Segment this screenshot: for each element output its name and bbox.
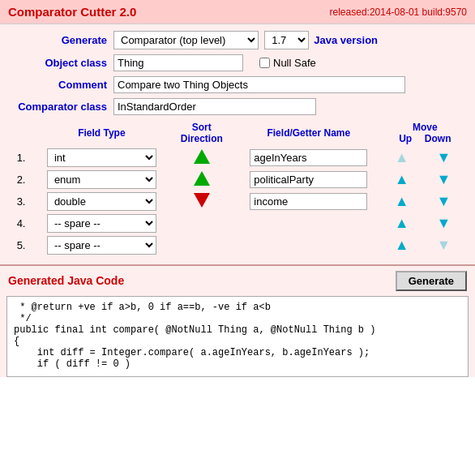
sort-direction-cell[interactable] [169, 212, 234, 234]
field-type-select[interactable]: intlongdoublefloatStringenumbooleanCompa… [47, 170, 156, 189]
null-safe-group: Null Safe [259, 57, 316, 69]
field-table: Field Type Sort Direction Field/Getter N… [8, 120, 467, 256]
code-box[interactable]: * @return +ve if a>b, 0 if a==b, -ve if … [6, 296, 469, 377]
col-header-sort: Sort Direction [169, 120, 234, 147]
sort-direction-cell[interactable] [169, 169, 234, 191]
comparator-class-input[interactable]: InStandardOrder [113, 98, 316, 115]
field-type-select[interactable]: intlongdoublefloatStringenumbooleanCompa… [47, 236, 156, 255]
sort-direction-cell[interactable] [169, 234, 234, 256]
move-up-cell: ▲ [383, 234, 421, 256]
row-num: 4. [8, 212, 34, 234]
field-type-select[interactable]: intlongdoublefloatStringenumbooleanCompa… [47, 214, 156, 233]
move-down-button[interactable]: ▼ [436, 150, 451, 165]
object-class-row: Object class Thing Null Safe [8, 54, 467, 71]
code-section-title: Generated Java Code [8, 274, 124, 287]
move-down-cell: ▼ [421, 169, 467, 191]
move-down-button: ▼ [436, 238, 451, 252]
col-header-name: Field/Getter Name [234, 120, 383, 147]
field-name-input[interactable] [250, 149, 367, 166]
move-up-button[interactable]: ▲ [395, 216, 409, 230]
move-down-cell: ▼ [421, 147, 467, 169]
field-name-cell [234, 212, 383, 234]
field-type-cell: intlongdoublefloatStringenumbooleanCompa… [34, 169, 169, 191]
move-down-cell: ▼ [421, 191, 467, 212]
object-class-input[interactable]: Thing [113, 54, 243, 71]
move-down-cell: ▼ [421, 212, 467, 234]
object-class-label: Object class [8, 57, 113, 69]
generate-row: Generate Comparator (top level) Comparat… [8, 31, 467, 49]
field-name-cell [234, 147, 383, 169]
app-header: Comparator Cutter 2.0 released:2014-08-0… [0, 0, 475, 24]
field-name-cell [234, 191, 383, 212]
null-safe-checkbox[interactable] [259, 58, 270, 68]
col-header-move: Move Up Down [383, 120, 467, 147]
move-down-button[interactable]: ▼ [436, 194, 451, 208]
table-row: 1.intlongdoublefloatStringenumbooleanCom… [8, 147, 467, 169]
form-area: Generate Comparator (top level) Comparat… [0, 24, 475, 264]
move-down-button[interactable]: ▼ [436, 216, 451, 230]
field-name-cell [234, 169, 383, 191]
field-name-cell [234, 234, 383, 256]
move-up-cell: ▲ [383, 212, 421, 234]
col-header-num [8, 120, 34, 147]
java-version-label: Java version [314, 34, 378, 46]
comment-row: Comment Compare two Thing Objects [8, 76, 467, 93]
field-type-select[interactable]: intlongdoublefloatStringenumbooleanCompa… [47, 148, 156, 167]
code-section: Generated Java Code Generate * @return +… [0, 264, 475, 377]
table-row: 5.intlongdoublefloatStringenumbooleanCom… [8, 234, 467, 256]
code-header: Generated Java Code Generate [0, 266, 475, 296]
move-up-cell: ▲ [383, 191, 421, 212]
field-type-cell: intlongdoublefloatStringenumbooleanCompa… [34, 191, 169, 212]
field-type-cell: intlongdoublefloatStringenumbooleanCompa… [34, 212, 169, 234]
null-safe-label: Null Safe [273, 57, 316, 69]
move-down-button[interactable]: ▼ [436, 172, 451, 187]
table-row: 4.intlongdoublefloatStringenumbooleanCom… [8, 212, 467, 234]
row-num: 5. [8, 234, 34, 256]
release-info: released:2014-08-01 build:9570 [330, 6, 467, 18]
field-type-cell: intlongdoublefloatStringenumbooleanCompa… [34, 234, 169, 256]
comparator-class-row: Comparator class InStandardOrder [8, 98, 467, 115]
move-up-button[interactable]: ▲ [395, 194, 409, 208]
move-up-button[interactable]: ▲ [395, 172, 409, 187]
col-header-fieldtype: Field Type [34, 120, 169, 147]
generate-label: Generate [8, 34, 113, 46]
generate-select[interactable]: Comparator (top level) Comparator (inner… [113, 31, 259, 49]
move-up-cell: ▲ [383, 147, 421, 169]
row-num: 2. [8, 169, 34, 191]
table-row: 2.intlongdoublefloatStringenumbooleanCom… [8, 169, 467, 191]
field-type-cell: intlongdoublefloatStringenumbooleanCompa… [34, 147, 169, 169]
app-title: Comparator Cutter 2.0 [8, 5, 136, 19]
move-up-button: ▲ [395, 150, 409, 165]
field-name-input[interactable] [250, 193, 367, 210]
comparator-class-label: Comparator class [8, 101, 113, 113]
move-up-cell: ▲ [383, 169, 421, 191]
java-version-select[interactable]: 1.7 1.6 1.5 [264, 31, 309, 49]
comment-label: Comment [8, 79, 113, 91]
move-up-button[interactable]: ▲ [395, 238, 409, 252]
move-down-cell: ▼ [421, 234, 467, 256]
table-row: 3.intlongdoublefloatStringenumbooleanCom… [8, 191, 467, 212]
row-num: 3. [8, 191, 34, 212]
field-type-select[interactable]: intlongdoublefloatStringenumbooleanCompa… [47, 192, 156, 211]
sort-direction-cell[interactable] [169, 191, 234, 212]
sort-desc-icon[interactable] [194, 193, 210, 208]
row-num: 1. [8, 147, 34, 169]
comment-input[interactable]: Compare two Thing Objects [113, 76, 405, 93]
generate-button[interactable]: Generate [396, 271, 467, 291]
sort-asc-icon[interactable] [194, 149, 210, 164]
sort-direction-cell[interactable] [169, 147, 234, 169]
field-name-input[interactable] [250, 171, 367, 188]
sort-asc-icon[interactable] [194, 171, 210, 186]
